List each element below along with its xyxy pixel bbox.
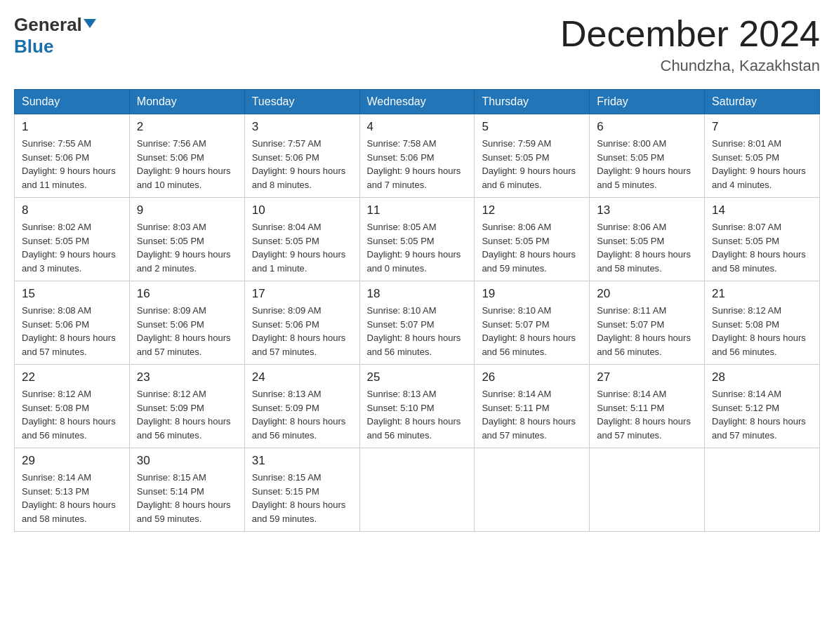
calendar-day-cell: 31Sunrise: 8:15 AMSunset: 5:15 PMDayligh… (244, 448, 359, 532)
day-number: 6 (597, 120, 697, 134)
calendar-day-cell: 17Sunrise: 8:09 AMSunset: 5:06 PMDayligh… (244, 281, 359, 365)
logo: General Blue (14, 14, 96, 58)
day-info: Sunrise: 8:06 AMSunset: 5:05 PMDaylight:… (482, 220, 582, 275)
day-info: Sunrise: 7:56 AMSunset: 5:06 PMDaylight:… (137, 137, 237, 192)
day-number: 2 (137, 120, 237, 134)
calendar-day-cell: 27Sunrise: 8:14 AMSunset: 5:11 PMDayligh… (590, 365, 705, 448)
day-number: 16 (137, 287, 237, 301)
day-number: 15 (22, 287, 122, 301)
day-info: Sunrise: 8:03 AMSunset: 5:05 PMDaylight:… (137, 220, 237, 275)
calendar-header-monday: Monday (129, 90, 244, 114)
day-number: 25 (367, 370, 468, 384)
calendar-day-cell: 21Sunrise: 8:12 AMSunset: 5:08 PMDayligh… (705, 281, 820, 365)
day-number: 18 (367, 287, 468, 301)
calendar-day-cell: 13Sunrise: 8:06 AMSunset: 5:05 PMDayligh… (590, 198, 705, 281)
day-info: Sunrise: 8:15 AMSunset: 5:14 PMDaylight:… (137, 471, 237, 525)
calendar-header-row: SundayMondayTuesdayWednesdayThursdayFrid… (15, 90, 820, 114)
calendar-day-cell: 23Sunrise: 8:12 AMSunset: 5:09 PMDayligh… (129, 365, 244, 448)
day-info: Sunrise: 8:04 AMSunset: 5:05 PMDaylight:… (252, 220, 352, 275)
day-number: 4 (367, 120, 468, 134)
calendar-day-cell: 30Sunrise: 8:15 AMSunset: 5:14 PMDayligh… (129, 448, 244, 532)
day-info: Sunrise: 8:06 AMSunset: 5:05 PMDaylight:… (597, 220, 697, 275)
day-info: Sunrise: 8:12 AMSunset: 5:08 PMDaylight:… (712, 304, 812, 358)
calendar-day-cell: 24Sunrise: 8:13 AMSunset: 5:09 PMDayligh… (244, 365, 359, 448)
day-info: Sunrise: 8:08 AMSunset: 5:06 PMDaylight:… (22, 304, 122, 358)
calendar-day-cell: 22Sunrise: 8:12 AMSunset: 5:08 PMDayligh… (15, 365, 130, 448)
calendar-day-cell: 12Sunrise: 8:06 AMSunset: 5:05 PMDayligh… (475, 198, 590, 281)
day-number: 17 (252, 287, 352, 301)
day-number: 26 (482, 370, 582, 384)
day-number: 11 (367, 203, 468, 217)
calendar-header-sunday: Sunday (15, 90, 130, 114)
day-number: 7 (712, 120, 812, 134)
day-number: 12 (482, 203, 582, 217)
day-number: 8 (22, 203, 122, 217)
day-number: 9 (137, 203, 237, 217)
day-number: 28 (712, 370, 812, 384)
location-title: Chundzha, Kazakhstan (560, 57, 820, 75)
day-info: Sunrise: 8:14 AMSunset: 5:11 PMDaylight:… (482, 387, 582, 442)
logo-arrow-icon (84, 19, 96, 28)
day-info: Sunrise: 8:11 AMSunset: 5:07 PMDaylight:… (597, 304, 697, 358)
calendar-day-cell: 16Sunrise: 8:09 AMSunset: 5:06 PMDayligh… (129, 281, 244, 365)
logo-general-text: General (14, 14, 96, 36)
calendar-day-cell: 7Sunrise: 8:01 AMSunset: 5:05 PMDaylight… (705, 114, 820, 198)
calendar-day-cell: 1Sunrise: 7:55 AMSunset: 5:06 PMDaylight… (15, 114, 130, 198)
calendar-day-cell: 15Sunrise: 8:08 AMSunset: 5:06 PMDayligh… (15, 281, 130, 365)
calendar-day-cell (475, 448, 590, 532)
calendar-day-cell: 6Sunrise: 8:00 AMSunset: 5:05 PMDaylight… (590, 114, 705, 198)
calendar-week-row: 15Sunrise: 8:08 AMSunset: 5:06 PMDayligh… (15, 281, 820, 365)
logo-blue-label: Blue (14, 36, 53, 58)
day-info: Sunrise: 7:58 AMSunset: 5:06 PMDaylight:… (367, 137, 468, 192)
calendar-table: SundayMondayTuesdayWednesdayThursdayFrid… (14, 89, 820, 532)
day-number: 22 (22, 370, 122, 384)
calendar-day-cell: 19Sunrise: 8:10 AMSunset: 5:07 PMDayligh… (475, 281, 590, 365)
day-number: 14 (712, 203, 812, 217)
day-info: Sunrise: 8:00 AMSunset: 5:05 PMDaylight:… (597, 137, 697, 192)
day-number: 1 (22, 120, 122, 134)
calendar-header-saturday: Saturday (705, 90, 820, 114)
calendar-day-cell: 14Sunrise: 8:07 AMSunset: 5:05 PMDayligh… (705, 198, 820, 281)
day-info: Sunrise: 7:55 AMSunset: 5:06 PMDaylight:… (22, 137, 122, 192)
calendar-day-cell: 5Sunrise: 7:59 AMSunset: 5:05 PMDaylight… (475, 114, 590, 198)
day-info: Sunrise: 8:10 AMSunset: 5:07 PMDaylight:… (482, 304, 582, 358)
day-info: Sunrise: 8:10 AMSunset: 5:07 PMDaylight:… (367, 304, 468, 358)
day-info: Sunrise: 8:13 AMSunset: 5:10 PMDaylight:… (367, 387, 468, 442)
calendar-day-cell: 26Sunrise: 8:14 AMSunset: 5:11 PMDayligh… (475, 365, 590, 448)
day-number: 19 (482, 287, 582, 301)
calendar-day-cell: 9Sunrise: 8:03 AMSunset: 5:05 PMDaylight… (129, 198, 244, 281)
calendar-day-cell: 4Sunrise: 7:58 AMSunset: 5:06 PMDaylight… (359, 114, 475, 198)
calendar-day-cell: 3Sunrise: 7:57 AMSunset: 5:06 PMDaylight… (244, 114, 359, 198)
day-number: 30 (137, 454, 237, 468)
day-info: Sunrise: 8:14 AMSunset: 5:11 PMDaylight:… (597, 387, 697, 442)
month-title: December 2024 (560, 14, 820, 54)
day-number: 27 (597, 370, 697, 384)
day-info: Sunrise: 8:07 AMSunset: 5:05 PMDaylight:… (712, 220, 812, 275)
calendar-day-cell: 28Sunrise: 8:14 AMSunset: 5:12 PMDayligh… (705, 365, 820, 448)
day-number: 24 (252, 370, 352, 384)
calendar-week-row: 29Sunrise: 8:14 AMSunset: 5:13 PMDayligh… (15, 448, 820, 532)
day-number: 13 (597, 203, 697, 217)
day-info: Sunrise: 8:14 AMSunset: 5:12 PMDaylight:… (712, 387, 812, 442)
page-header: General Blue December 2024 Chundzha, Kaz… (14, 14, 820, 75)
day-number: 23 (137, 370, 237, 384)
title-section: December 2024 Chundzha, Kazakhstan (560, 14, 820, 75)
calendar-day-cell: 20Sunrise: 8:11 AMSunset: 5:07 PMDayligh… (590, 281, 705, 365)
calendar-day-cell (359, 448, 475, 532)
calendar-day-cell: 2Sunrise: 7:56 AMSunset: 5:06 PMDaylight… (129, 114, 244, 198)
day-info: Sunrise: 7:59 AMSunset: 5:05 PMDaylight:… (482, 137, 582, 192)
calendar-week-row: 8Sunrise: 8:02 AMSunset: 5:05 PMDaylight… (15, 198, 820, 281)
calendar-day-cell: 25Sunrise: 8:13 AMSunset: 5:10 PMDayligh… (359, 365, 475, 448)
day-number: 10 (252, 203, 352, 217)
calendar-week-row: 1Sunrise: 7:55 AMSunset: 5:06 PMDaylight… (15, 114, 820, 198)
calendar-day-cell: 10Sunrise: 8:04 AMSunset: 5:05 PMDayligh… (244, 198, 359, 281)
calendar-day-cell: 18Sunrise: 8:10 AMSunset: 5:07 PMDayligh… (359, 281, 475, 365)
day-number: 3 (252, 120, 352, 134)
day-info: Sunrise: 8:09 AMSunset: 5:06 PMDaylight:… (137, 304, 237, 358)
logo-general-label: General (14, 14, 82, 36)
calendar-day-cell: 8Sunrise: 8:02 AMSunset: 5:05 PMDaylight… (15, 198, 130, 281)
calendar-header-friday: Friday (590, 90, 705, 114)
day-info: Sunrise: 8:15 AMSunset: 5:15 PMDaylight:… (252, 471, 352, 525)
day-info: Sunrise: 7:57 AMSunset: 5:06 PMDaylight:… (252, 137, 352, 192)
calendar-day-cell: 29Sunrise: 8:14 AMSunset: 5:13 PMDayligh… (15, 448, 130, 532)
